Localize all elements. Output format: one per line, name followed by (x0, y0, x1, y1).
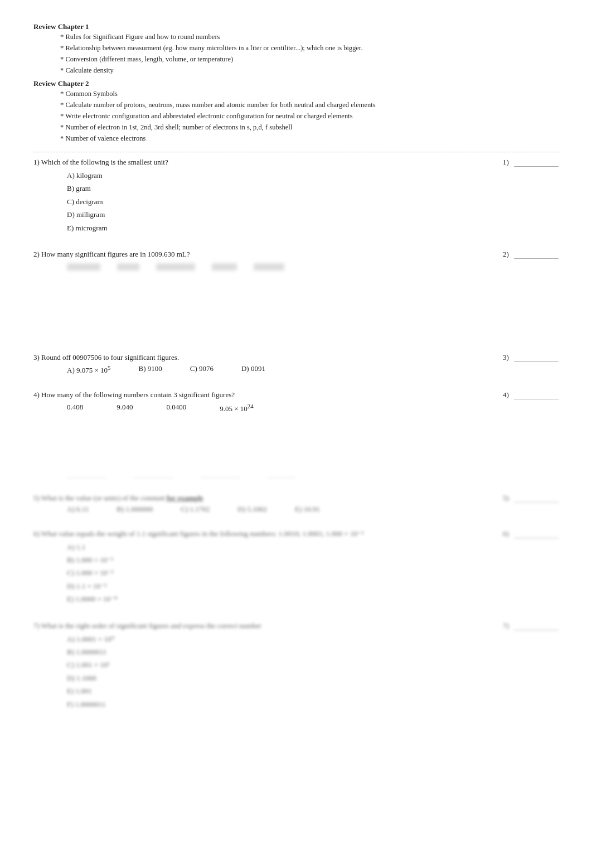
q1-answer-blank[interactable] (514, 166, 559, 167)
q5-opt-e: E) 10.91 (295, 505, 320, 514)
q5-text: 5) What is the value (or units) of the c… (33, 494, 503, 503)
question-4: 4) How many of the following numbers con… (33, 390, 559, 478)
q5-opt-c: C) 1.1702 (181, 505, 210, 514)
review-chapter1: Review Chapter 1 * Rules for Significant… (33, 22, 559, 76)
q1-choice-c: C) decigram (67, 195, 503, 208)
q1-text: 1) Which of the following is the smalles… (33, 158, 503, 167)
q1-main: 1) Which of the following is the smalles… (33, 158, 503, 234)
q6-main: 6) What value equals the weight of 1.1 s… (33, 529, 503, 606)
review-chapter2: Review Chapter 2 * Common Symbols * Calc… (33, 79, 559, 144)
q6-choice-e: E) 1.0000 × 10⁻⁴ (67, 592, 503, 605)
review-ch1-item-1: * Rules for Significant Figure and how t… (33, 31, 559, 42)
q7-choice-c: C) 1.001 × 10² (67, 658, 503, 671)
review-ch2-item-3: * Write electronic configuration and abb… (33, 110, 559, 122)
q3-option-d: D) 0091 (241, 364, 265, 375)
review-ch1-item-4: * Calculate density (33, 65, 559, 76)
q1-choice-b: B) gram (67, 182, 503, 195)
q3-answer-blank[interactable] (514, 361, 559, 362)
q2-blurred-options (33, 263, 503, 271)
q6-text: 6) What value equals the weight of 1.1 s… (33, 529, 503, 538)
review-chapter2-title: Review Chapter 2 (33, 79, 559, 88)
q6-choice-d: D) 1.1 × 10⁻³ (67, 580, 503, 592)
q4-num-2: 9.040 (117, 403, 133, 413)
q2-main: 2) How many significant figures are in 1… (33, 250, 503, 337)
q3-text: 3) Round off 00907506 to four significan… (33, 353, 503, 362)
question-5: 5) What is the value (or units) of the c… (33, 494, 559, 514)
question-7: 7) What is the right order of significan… (33, 621, 559, 711)
q4-num-1: 0.408 (67, 403, 83, 413)
q2-text: 2) How many significant figures are in 1… (33, 250, 503, 259)
q5-answer-blank[interactable] (514, 502, 559, 503)
q1-number: 1) (503, 158, 559, 167)
q7-choices: A) 1.0001 × 10⁰ B) 1.0000011 C) 1.001 × … (33, 633, 503, 711)
q2-answer-space (33, 271, 503, 337)
q3-option-c: C) 9076 (190, 364, 213, 375)
q7-answer-blank[interactable] (514, 630, 559, 630)
q7-number: 7) (503, 621, 559, 630)
q7-main: 7) What is the right order of significan… (33, 621, 503, 711)
q5-opt-a: A) 6.11 (67, 505, 89, 514)
q6-choice-c: C) 1.000 × 10⁻² (67, 566, 503, 579)
question-6: 6) What value equals the weight of 1.1 s… (33, 529, 559, 606)
q7-text: 7) What is the right order of significan… (33, 621, 503, 630)
review-ch2-item-2: * Calculate number of protons, neutrons,… (33, 99, 559, 110)
q5-options: A) 6.11 B) 1.000000 C) 1.1702 D) 5.1002 … (33, 505, 503, 514)
q4-answer-blank[interactable] (514, 399, 559, 399)
q3-option-b: B) 9100 (138, 364, 162, 375)
q6-choice-b: B) 1.000 × 10⁻¹ (67, 553, 503, 566)
q6-choices: A) 1.1 B) 1.000 × 10⁻¹ C) 1.000 × 10⁻² D… (33, 541, 503, 606)
q6-choice-a: A) 1.1 (67, 541, 503, 553)
q4-numbers: 0.408 9.040 0.0400 9.05 × 1024 (33, 403, 503, 413)
q4-number: 4) (503, 390, 559, 399)
q7-choice-e: E) 1.001 (67, 684, 503, 697)
q1-choice-e: E) microgram (67, 221, 503, 234)
q5-number: 5) (503, 494, 559, 503)
q1-choice-a: A) kilogram (67, 169, 503, 182)
q4-num-4: 9.05 × 1024 (220, 403, 253, 413)
q4-text: 4) How many of the following numbers con… (33, 390, 503, 399)
q3-options: A) 9.075 × 105 B) 9100 C) 9076 D) 0091 (33, 364, 503, 375)
q2-number: 2) (503, 250, 559, 259)
q5-opt-d: D) 5.1002 (237, 505, 267, 514)
review-ch2-item-5: * Number of valence electrons (33, 133, 559, 144)
question-1: 1) Which of the following is the smalles… (33, 158, 559, 234)
review-ch1-item-2: * Relationship between measurment (eg. h… (33, 42, 559, 54)
q5-opt-b: B) 1.000000 (117, 505, 153, 514)
review-chapter1-title: Review Chapter 1 (33, 22, 559, 31)
q7-choice-a: A) 1.0001 × 10⁰ (67, 633, 503, 645)
q4-main: 4) How many of the following numbers con… (33, 390, 503, 478)
q2-answer-blank[interactable] (514, 258, 559, 259)
q7-choice-b: B) 1.0000011 (67, 645, 503, 658)
q7-choice-f: F) 1.0000011 (67, 698, 503, 711)
q6-number: 6) (503, 529, 559, 538)
review-ch1-item-3: * Conversion (different mass, length, vo… (33, 54, 559, 65)
section-divider (33, 152, 559, 152)
page: Review Chapter 1 * Rules for Significant… (0, 0, 592, 868)
q1-choice-d: D) milligram (67, 208, 503, 221)
q6-answer-blank[interactable] (514, 538, 559, 538)
q3-number: 3) (503, 353, 559, 362)
q5-main: 5) What is the value (or units) of the c… (33, 494, 503, 514)
review-ch2-item-1: * Common Symbols (33, 88, 559, 99)
q3-main: 3) Round off 00907506 to four significan… (33, 353, 503, 375)
question-2: 2) How many significant figures are in 1… (33, 250, 559, 337)
q3-option-a: A) 9.075 × 105 (67, 364, 110, 375)
q7-choice-d: D) 1.1000 (67, 672, 503, 684)
question-3: 3) Round off 00907506 to four significan… (33, 353, 559, 375)
q4-num-3: 0.0400 (167, 403, 187, 413)
q4-answer-space (33, 414, 503, 475)
q1-choices: A) kilogram B) gram C) decigram D) milli… (33, 169, 503, 234)
review-ch2-item-4: * Number of electron in 1st, 2nd, 3rd sh… (33, 122, 559, 133)
